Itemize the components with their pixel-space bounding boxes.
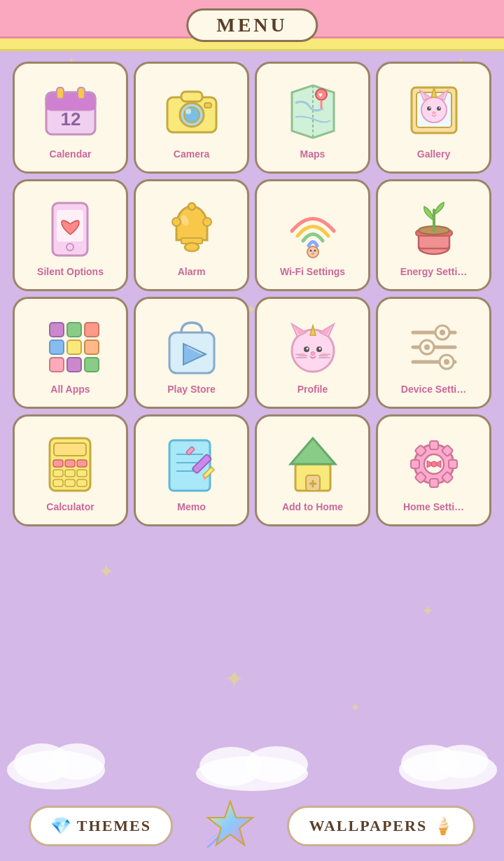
svg-point-33 [185,243,199,251]
home-settings-icon [402,429,465,499]
svg-text:♥: ♥ [318,91,323,99]
svg-point-67 [318,347,321,349]
svg-point-121 [49,743,105,780]
camera-icon [160,76,223,146]
svg-rect-92 [53,479,63,486]
device-settings-icon [402,312,465,382]
profile-label: Profile [298,384,328,395]
app-camera[interactable]: Camera [134,62,249,174]
svg-rect-11 [204,103,211,108]
app-profile[interactable]: Profile [255,297,370,409]
svg-point-18 [421,97,447,122]
svg-rect-89 [53,470,63,477]
svg-rect-4 [78,88,85,99]
play-store-label: Play Store [167,384,215,395]
svg-marker-104 [290,438,335,464]
cloud-decoration [0,728,504,784]
menu-title: MENU [216,14,288,36]
wallpapers-button[interactable]: WALLPAPERS 🍦 [287,806,475,846]
svg-rect-85 [54,443,86,456]
svg-point-27 [439,107,440,108]
device-settings-label: Device Setti… [401,384,466,395]
calculator-icon [39,429,102,499]
svg-rect-86 [53,460,63,467]
svg-rect-54 [85,358,99,372]
svg-rect-116 [411,460,419,468]
themes-button[interactable]: 💎 THEMES [29,806,173,846]
svg-point-83 [444,359,449,365]
app-play-store[interactable]: Play Store [134,297,249,409]
menu-title-container: MENU [186,8,318,42]
app-home-settings[interactable]: Home Setti… [376,414,491,526]
gallery-icon [402,76,465,146]
app-wifi-settings[interactable]: Wi-Fi Settings [255,179,370,291]
wifi-settings-label: Wi-Fi Settings [280,267,345,277]
silent-options-label: Silent Options [37,267,104,277]
app-memo[interactable]: Memo [134,414,249,526]
svg-point-24 [427,106,431,111]
calculator-label: Calculator [46,502,94,512]
calendar-icon: 12 [39,76,102,146]
svg-point-124 [245,746,308,783]
calendar-label: Calendar [50,149,92,160]
svg-point-35 [172,218,181,226]
svg-point-41 [312,251,314,253]
svg-point-26 [429,107,430,108]
svg-rect-51 [85,340,99,354]
svg-point-81 [440,330,445,335]
svg-rect-49 [50,340,64,354]
svg-point-39 [309,249,312,251]
svg-point-40 [314,249,316,251]
svg-rect-91 [77,470,87,477]
alarm-icon [160,194,223,264]
wallpapers-label: WALLPAPERS [309,817,427,835]
star-decoration-5: ✦ [421,602,434,620]
app-all-apps[interactable]: All Apps [13,297,128,409]
energy-settings-icon [402,194,465,264]
app-silent-options[interactable]: Silent Options [13,179,128,291]
svg-point-118 [431,461,437,467]
maps-label: Maps [300,149,326,160]
svg-rect-90 [65,470,75,477]
app-maps[interactable]: ♥ Maps [255,62,370,174]
ice-cream-icon: 🍦 [433,816,454,836]
app-grid: 12 Calendar Camera [7,56,497,532]
add-to-home-label: Add to Home [282,502,343,512]
add-to-home-icon [281,429,344,499]
app-add-to-home[interactable]: Add to Home [255,414,370,526]
all-apps-label: All Apps [50,384,90,395]
maps-icon: ♥ [281,76,344,146]
app-alarm[interactable]: Alarm [134,179,249,291]
play-store-icon [160,312,223,382]
gallery-label: Gallery [417,149,450,160]
svg-point-70 [311,351,315,355]
energy-settings-label: Energy Setti… [400,267,468,277]
svg-point-25 [437,106,441,111]
svg-rect-93 [65,479,75,486]
app-calendar[interactable]: 12 Calendar [13,62,128,174]
svg-rect-47 [67,323,81,337]
svg-point-82 [424,344,430,350]
svg-rect-88 [77,460,87,467]
app-device-settings[interactable]: Device Setti… [376,297,491,409]
app-calculator[interactable]: Calculator [13,414,128,526]
star-decoration-4: ✦ [98,560,114,583]
svg-rect-114 [430,479,438,487]
app-gallery[interactable]: Gallery [376,62,491,174]
memo-label: Memo [177,502,205,512]
svg-point-34 [188,203,195,210]
app-energy-settings[interactable]: Energy Setti… [376,179,491,291]
all-apps-icon [39,312,102,382]
profile-icon [281,312,344,382]
svg-text:12: 12 [60,108,80,130]
wifi-settings-icon [281,194,344,264]
diamond-icon: 💎 [50,816,71,836]
svg-rect-52 [50,358,64,372]
svg-rect-3 [57,88,64,99]
svg-point-10 [186,108,191,114]
star-decoration-7: ✦ [350,700,360,715]
svg-point-36 [203,218,211,226]
svg-rect-7 [181,92,202,102]
camera-label: Camera [174,149,209,160]
alarm-label: Alarm [178,267,206,277]
